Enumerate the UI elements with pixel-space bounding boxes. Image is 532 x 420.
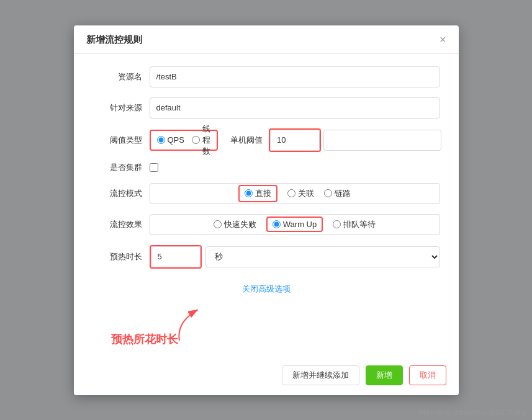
preheat-row: 预热时长 秒	[92, 245, 440, 269]
add-button[interactable]: 新增	[366, 365, 403, 385]
thread-radio[interactable]	[192, 136, 200, 144]
threshold-row: 阈值类型 QPS 线程数 单机阈值	[92, 128, 440, 152]
threshold-type-radio-group: QPS 线程数	[150, 130, 218, 151]
source-input[interactable]	[150, 97, 440, 118]
single-threshold-input-wrap	[269, 128, 321, 152]
flow-effect-radio-group: 快速失败 Warm Up 排队等待	[150, 214, 440, 235]
dialog-body: 资源名 针对来源 阈值类型 QPS 线程数	[74, 54, 459, 359]
flow-effect-row: 流控效果 快速失败 Warm Up 排队等待	[92, 214, 440, 235]
fast-fail-radio[interactable]	[214, 220, 222, 228]
dialog: 新增流控规则 × 资源名 针对来源 阈值类型 QPS	[74, 25, 459, 395]
warm-up-label: Warm Up	[283, 220, 317, 229]
add-continue-button[interactable]: 新增并继续添加	[282, 365, 359, 385]
dialog-header: 新增流控规则 ×	[74, 25, 459, 54]
thread-radio-label[interactable]: 线程数	[192, 123, 210, 157]
chain-radio-label[interactable]: 链路	[324, 188, 351, 199]
preheat-input-wrap	[150, 245, 202, 269]
preheat-label: 预热时长	[92, 251, 142, 262]
flow-mode-row: 流控模式 直接 关联 链路	[92, 183, 440, 204]
close-button[interactable]: ×	[440, 34, 446, 45]
thread-label: 线程数	[202, 123, 210, 157]
related-label: 关联	[298, 188, 314, 199]
direct-radio-label[interactable]: 直接	[238, 185, 277, 202]
cluster-checkbox-label[interactable]	[150, 163, 158, 172]
direct-label: 直接	[255, 188, 271, 199]
cluster-row: 是否集群	[92, 162, 440, 173]
queue-label: 排队等待	[343, 219, 376, 230]
single-threshold-input[interactable]	[270, 130, 320, 151]
flow-mode-label: 流控模式	[92, 188, 142, 199]
dialog-title: 新增流控规则	[86, 34, 142, 46]
resource-name-row: 资源名	[92, 66, 440, 87]
warm-up-radio-label[interactable]: Warm Up	[266, 217, 323, 232]
flow-mode-radio-group: 直接 关联 链路	[150, 183, 440, 204]
threshold-type-label: 阈值类型	[92, 135, 142, 146]
annotation-text: 预热所花时长	[111, 332, 178, 347]
cluster-label: 是否集群	[92, 162, 142, 173]
cluster-checkbox[interactable]	[150, 163, 158, 172]
resource-name-label: 资源名	[92, 71, 142, 83]
qps-label: QPS	[168, 135, 184, 145]
single-threshold-label: 单机阈值	[230, 135, 263, 146]
warm-up-radio[interactable]	[273, 220, 281, 228]
flow-effect-label: 流控效果	[92, 219, 142, 230]
related-radio-label[interactable]: 关联	[287, 188, 314, 199]
dialog-footer: 新增并继续添加 新增 取消	[74, 359, 459, 395]
watermark: https://blog.csdn.net/wei @51CTO博客	[420, 409, 527, 418]
chain-label: 链路	[335, 188, 351, 199]
related-radio[interactable]	[287, 189, 295, 197]
queue-radio-label[interactable]: 排队等待	[333, 219, 376, 230]
direct-radio[interactable]	[245, 189, 253, 197]
annotation-arrow	[173, 303, 223, 347]
source-row: 针对来源	[92, 97, 440, 118]
annotation-area: 预热所花时长	[92, 303, 440, 353]
threshold-suffix-input[interactable]	[323, 130, 441, 151]
chain-radio[interactable]	[324, 189, 332, 197]
qps-radio-label[interactable]: QPS	[157, 135, 184, 145]
cancel-button[interactable]: 取消	[409, 365, 446, 385]
qps-radio[interactable]	[157, 136, 165, 144]
queue-radio[interactable]	[333, 220, 341, 228]
fast-fail-label: 快速失败	[224, 219, 256, 230]
resource-name-input[interactable]	[150, 66, 440, 87]
fast-fail-radio-label[interactable]: 快速失败	[214, 219, 256, 230]
source-label: 针对来源	[92, 102, 142, 114]
preheat-input[interactable]	[151, 246, 201, 267]
preheat-unit-select[interactable]: 秒	[205, 246, 440, 267]
advanced-options-link[interactable]: 关闭高级选项	[92, 279, 440, 303]
